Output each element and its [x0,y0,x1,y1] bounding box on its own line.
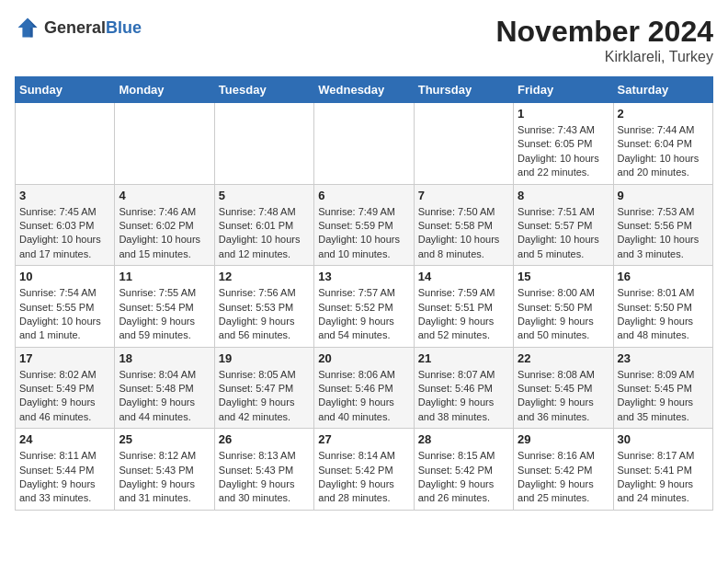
day-info: Sunrise: 8:09 AMSunset: 5:45 PMDaylight:… [618,368,709,425]
day-number: 23 [618,351,709,365]
day-number: 7 [418,189,509,202]
day-number: 25 [119,432,210,446]
calendar-cell: 3Sunrise: 7:45 AMSunset: 6:03 PMDaylight… [16,184,115,266]
day-info: Sunrise: 8:17 AMSunset: 5:41 PMDaylight:… [618,449,709,506]
day-info: Sunrise: 7:49 AMSunset: 5:59 PMDaylight:… [318,205,409,262]
calendar-cell: 5Sunrise: 7:48 AMSunset: 6:01 PMDaylight… [214,184,313,266]
title-location: Kirklareli, Turkey [495,49,713,65]
day-number: 28 [418,432,509,446]
day-number: 26 [219,432,310,446]
day-number: 30 [618,432,709,446]
calendar-cell: 1Sunrise: 7:43 AMSunset: 6:05 PMDaylight… [514,103,613,185]
day-info: Sunrise: 8:15 AMSunset: 5:42 PMDaylight:… [418,449,509,506]
day-number: 4 [119,189,210,202]
day-info: Sunrise: 7:53 AMSunset: 5:56 PMDaylight:… [618,205,709,262]
calendar-week-row: 17Sunrise: 8:02 AMSunset: 5:49 PMDayligh… [16,347,713,429]
calendar-cell: 6Sunrise: 7:49 AMSunset: 5:59 PMDaylight… [314,184,414,266]
day-number: 8 [518,189,609,202]
calendar-cell: 29Sunrise: 8:16 AMSunset: 5:42 PMDayligh… [514,429,613,511]
day-info: Sunrise: 7:45 AMSunset: 6:03 PMDaylight:… [19,205,110,262]
calendar-cell: 18Sunrise: 8:04 AMSunset: 5:48 PMDayligh… [115,347,214,429]
day-info: Sunrise: 8:01 AMSunset: 5:50 PMDaylight:… [618,286,709,343]
calendar-cell: 14Sunrise: 7:59 AMSunset: 5:51 PMDayligh… [414,266,513,348]
day-number: 5 [219,189,310,202]
day-number: 21 [418,351,509,365]
calendar-cell: 11Sunrise: 7:55 AMSunset: 5:54 PMDayligh… [115,266,214,348]
calendar-cell: 28Sunrise: 8:15 AMSunset: 5:42 PMDayligh… [414,429,513,511]
calendar-week-row: 3Sunrise: 7:45 AMSunset: 6:03 PMDaylight… [16,184,713,266]
calendar-week-row: 24Sunrise: 8:11 AMSunset: 5:44 PMDayligh… [16,429,713,511]
title-block: November 2024 Kirklareli, Turkey [495,15,713,65]
calendar-cell [214,103,313,185]
calendar-cell: 30Sunrise: 8:17 AMSunset: 5:41 PMDayligh… [613,429,712,511]
day-info: Sunrise: 7:48 AMSunset: 6:01 PMDaylight:… [219,205,310,262]
calendar-cell: 24Sunrise: 8:11 AMSunset: 5:44 PMDayligh… [16,429,115,511]
calendar-cell: 8Sunrise: 7:51 AMSunset: 5:57 PMDaylight… [514,184,613,266]
day-info: Sunrise: 7:44 AMSunset: 6:04 PMDaylight:… [618,123,709,180]
calendar-cell: 10Sunrise: 7:54 AMSunset: 5:55 PMDayligh… [16,266,115,348]
calendar-cell: 26Sunrise: 8:13 AMSunset: 5:43 PMDayligh… [214,429,313,511]
day-info: Sunrise: 8:16 AMSunset: 5:42 PMDaylight:… [518,449,609,506]
day-number: 29 [518,432,609,446]
calendar-cell: 13Sunrise: 7:57 AMSunset: 5:52 PMDayligh… [314,266,414,348]
page-header: GeneralBlue November 2024 Kirklareli, Tu… [15,15,713,65]
weekday-header: Sunday [16,77,115,103]
calendar-cell: 21Sunrise: 8:07 AMSunset: 5:46 PMDayligh… [414,347,513,429]
day-number: 24 [19,432,110,446]
day-number: 27 [318,432,409,446]
title-month: November 2024 [495,15,713,49]
day-number: 12 [219,270,310,283]
calendar-cell: 4Sunrise: 7:46 AMSunset: 6:02 PMDaylight… [115,184,214,266]
logo-text: GeneralBlue [44,18,142,38]
calendar-cell [414,103,513,185]
calendar-cell: 19Sunrise: 8:05 AMSunset: 5:47 PMDayligh… [214,347,313,429]
day-info: Sunrise: 8:04 AMSunset: 5:48 PMDaylight:… [119,368,210,425]
day-number: 11 [119,270,210,283]
day-info: Sunrise: 8:14 AMSunset: 5:42 PMDaylight:… [318,449,409,506]
calendar-cell [314,103,414,185]
calendar-cell: 20Sunrise: 8:06 AMSunset: 5:46 PMDayligh… [314,347,414,429]
day-number: 20 [318,351,409,365]
weekday-header: Thursday [414,77,513,103]
day-info: Sunrise: 7:51 AMSunset: 5:57 PMDaylight:… [518,205,609,262]
calendar-week-row: 10Sunrise: 7:54 AMSunset: 5:55 PMDayligh… [16,266,713,348]
day-info: Sunrise: 7:57 AMSunset: 5:52 PMDaylight:… [318,286,409,343]
day-number: 13 [318,270,409,283]
calendar-cell: 23Sunrise: 8:09 AMSunset: 5:45 PMDayligh… [613,347,712,429]
calendar-cell: 2Sunrise: 7:44 AMSunset: 6:04 PMDaylight… [613,103,712,185]
day-number: 17 [19,351,110,365]
calendar-cell: 12Sunrise: 7:56 AMSunset: 5:53 PMDayligh… [214,266,313,348]
day-number: 9 [618,189,709,202]
weekday-header: Saturday [613,77,712,103]
weekday-header: Wednesday [314,77,414,103]
calendar-cell: 22Sunrise: 8:08 AMSunset: 5:45 PMDayligh… [514,347,613,429]
day-number: 18 [119,351,210,365]
day-info: Sunrise: 7:55 AMSunset: 5:54 PMDaylight:… [119,286,210,343]
day-number: 2 [618,107,709,121]
logo: GeneralBlue [15,15,142,40]
day-number: 10 [19,270,110,283]
day-info: Sunrise: 7:56 AMSunset: 5:53 PMDaylight:… [219,286,310,343]
day-info: Sunrise: 8:06 AMSunset: 5:46 PMDaylight:… [318,368,409,425]
day-info: Sunrise: 8:08 AMSunset: 5:45 PMDaylight:… [518,368,609,425]
day-number: 6 [318,189,409,202]
day-info: Sunrise: 8:11 AMSunset: 5:44 PMDaylight:… [19,449,110,506]
day-info: Sunrise: 8:13 AMSunset: 5:43 PMDaylight:… [219,449,310,506]
calendar-cell: 7Sunrise: 7:50 AMSunset: 5:58 PMDaylight… [414,184,513,266]
calendar-week-row: 1Sunrise: 7:43 AMSunset: 6:05 PMDaylight… [16,103,713,185]
calendar-table: SundayMondayTuesdayWednesdayThursdayFrid… [15,76,713,511]
day-number: 15 [518,270,609,283]
weekday-header: Friday [514,77,613,103]
day-number: 1 [518,107,609,121]
day-info: Sunrise: 7:50 AMSunset: 5:58 PMDaylight:… [418,205,509,262]
day-number: 16 [618,270,709,283]
day-number: 19 [219,351,310,365]
day-info: Sunrise: 8:07 AMSunset: 5:46 PMDaylight:… [418,368,509,425]
day-number: 22 [518,351,609,365]
logo-icon [15,15,40,40]
calendar-cell: 16Sunrise: 8:01 AMSunset: 5:50 PMDayligh… [613,266,712,348]
calendar-cell: 17Sunrise: 8:02 AMSunset: 5:49 PMDayligh… [16,347,115,429]
day-number: 3 [19,189,110,202]
day-info: Sunrise: 7:54 AMSunset: 5:55 PMDaylight:… [19,286,110,343]
day-info: Sunrise: 8:00 AMSunset: 5:50 PMDaylight:… [518,286,609,343]
